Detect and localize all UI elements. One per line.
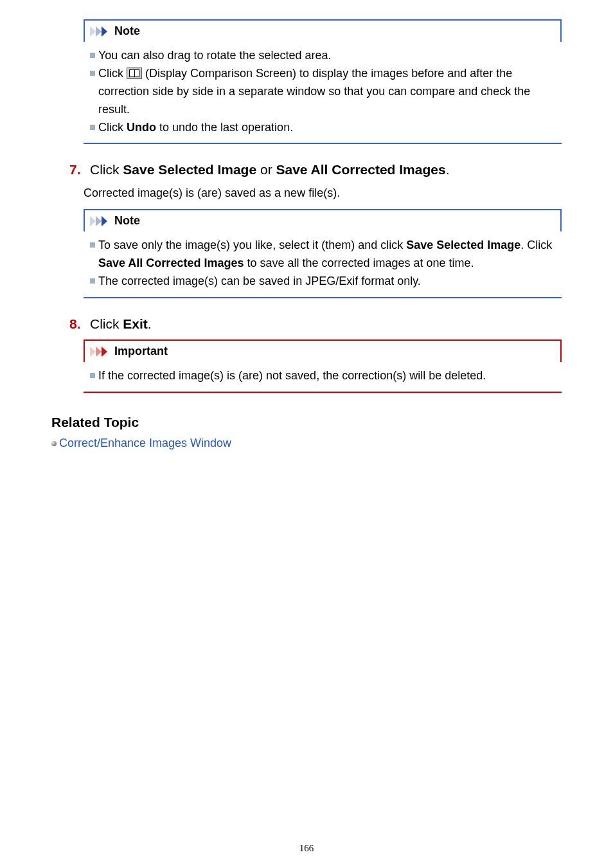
note-heading-text: Note — [114, 214, 140, 228]
important-heading-text: Important — [114, 345, 168, 358]
square-bullet-icon — [90, 125, 95, 130]
square-bullet-icon — [90, 278, 95, 284]
square-bullet-icon — [90, 242, 95, 248]
page-number: 166 — [0, 843, 613, 854]
arrows-icon — [90, 216, 112, 226]
svg-marker-7 — [96, 347, 102, 357]
step-number: 8. — [69, 316, 85, 332]
note-body: To save only the image(s) you like, sele… — [84, 231, 562, 298]
svg-marker-5 — [102, 216, 107, 226]
note-header: Note — [84, 19, 562, 42]
list-item-text: Click (Display Comparison Screen) to dis… — [98, 65, 555, 119]
svg-marker-4 — [96, 216, 102, 226]
list-item-text: If the corrected image(s) is (are) not s… — [98, 367, 555, 385]
list-item: The corrected image(s) can be saved in J… — [90, 273, 555, 291]
svg-marker-2 — [102, 26, 107, 37]
step-8: 8. Click Exit. — [69, 316, 562, 332]
list-item-text: To save only the image(s) you like, sele… — [98, 237, 555, 273]
list-item: Click Undo to undo the last operation. — [90, 119, 555, 137]
svg-marker-1 — [96, 26, 102, 37]
list-item-text: The corrected image(s) can be saved in J… — [98, 273, 555, 291]
bullet-circle-icon — [51, 441, 57, 446]
square-bullet-icon — [90, 53, 95, 58]
svg-marker-0 — [90, 26, 96, 37]
svg-marker-6 — [90, 347, 96, 357]
display-comparison-screen-icon — [127, 68, 142, 79]
list-item: You can also drag to rotate the selected… — [90, 47, 555, 65]
important-callout: Important If the corrected image(s) is (… — [84, 339, 562, 393]
step-text: Click Save Selected Image or Save All Co… — [90, 162, 562, 177]
step-7: 7. Click Save Selected Image or Save All… — [69, 162, 562, 177]
list-item: Click (Display Comparison Screen) to dis… — [90, 65, 555, 119]
important-body: If the corrected image(s) is (are) not s… — [84, 362, 562, 393]
related-topic-heading: Related Topic — [51, 415, 562, 430]
step-text: Click Exit. — [90, 316, 562, 332]
important-header: Important — [84, 339, 562, 362]
list-item-text: You can also drag to rotate the selected… — [98, 47, 555, 65]
list-item-text: Click Undo to undo the last operation. — [98, 119, 555, 137]
note-callout-1: Note You can also drag to rotate the sel… — [84, 19, 562, 144]
svg-marker-8 — [102, 347, 107, 357]
note-callout-2: Note To save only the image(s) you like,… — [84, 209, 562, 298]
arrows-icon — [90, 347, 112, 357]
svg-marker-3 — [90, 216, 96, 226]
step-subtext: Corrected image(s) is (are) saved as a n… — [84, 186, 562, 200]
note-header: Note — [84, 209, 562, 231]
list-item: To save only the image(s) you like, sele… — [90, 237, 555, 273]
square-bullet-icon — [90, 71, 95, 76]
list-item: If the corrected image(s) is (are) not s… — [90, 367, 555, 385]
related-topic-link[interactable]: Correct/Enhance Images Window — [59, 437, 231, 450]
step-number: 7. — [69, 162, 85, 177]
square-bullet-icon — [90, 373, 95, 378]
related-link-row: Correct/Enhance Images Window — [51, 437, 562, 450]
note-heading-text: Note — [114, 24, 140, 38]
arrows-icon — [90, 26, 112, 37]
note-body: You can also drag to rotate the selected… — [84, 42, 562, 144]
